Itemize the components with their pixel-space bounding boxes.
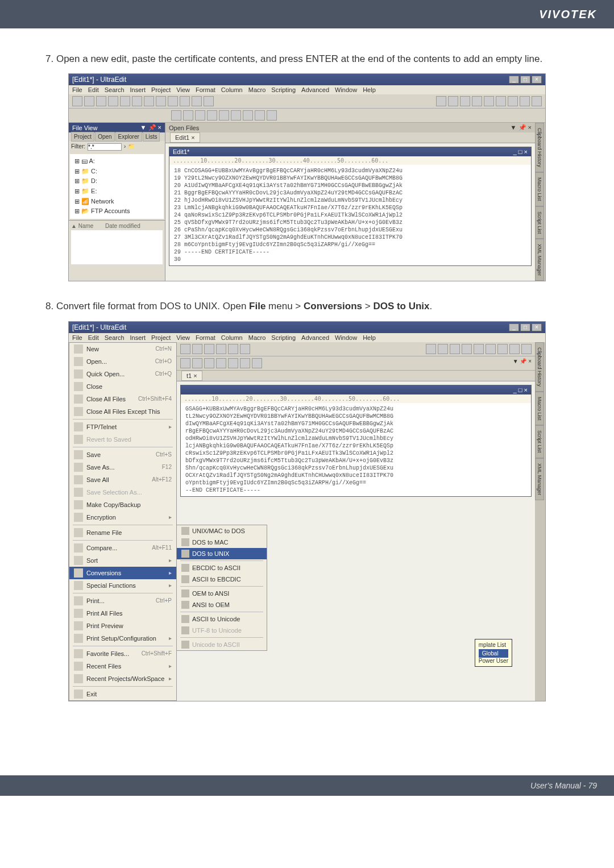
menu-file[interactable]: File xyxy=(72,86,82,93)
toolbar-icon[interactable] xyxy=(267,110,277,121)
tree-item[interactable]: ⊞ 📁 E: xyxy=(74,186,159,197)
toolbar-icon[interactable] xyxy=(180,344,190,354)
toolbar-icon[interactable] xyxy=(474,344,484,354)
toolbar-icon[interactable] xyxy=(240,358,250,368)
submenu-utf-to-unicode[interactable]: UTF-8 to Unicode xyxy=(177,625,267,636)
menuitem-close[interactable]: Close xyxy=(69,380,176,393)
menu-project[interactable]: Project xyxy=(151,86,171,93)
menuitem-special-functions[interactable]: Special Functions▸ xyxy=(69,579,176,592)
menu-search[interactable]: Search xyxy=(105,334,125,341)
menu-format[interactable]: Format xyxy=(196,86,215,93)
submenu-ebcdic-to-ascii[interactable]: EBCDIC to ASCII xyxy=(177,562,267,574)
toolbar-icon[interactable] xyxy=(192,358,202,368)
submenu-dos-to-mac[interactable]: DOS to MAC xyxy=(177,537,267,548)
menu-window[interactable]: Window xyxy=(335,334,357,341)
menuitem-save[interactable]: SaveCtrl+S xyxy=(69,448,176,461)
sidepanel-script-list[interactable]: Script List xyxy=(535,425,544,458)
side-tab-lists[interactable]: Lists xyxy=(143,132,160,142)
sidepanel-macro-list[interactable]: Macro List xyxy=(535,392,544,426)
menuitem-ftp-telnet[interactable]: FTP/Telnet▸ xyxy=(69,421,176,433)
menu-advanced[interactable]: Advanced xyxy=(301,86,329,93)
submenu-oem-to-ansi[interactable]: OEM to ANSI xyxy=(177,588,267,599)
toolbar-icon[interactable] xyxy=(204,96,214,106)
toolbar-icon[interactable] xyxy=(460,96,470,106)
menuitem-save-all[interactable]: Save AllAlt+F12 xyxy=(69,474,176,486)
toolbar-icon[interactable] xyxy=(144,96,154,106)
menu-project[interactable]: Project xyxy=(151,334,171,341)
toolbar-icon[interactable] xyxy=(243,110,253,121)
certificate-text[interactable]: 18 CnCOSAGG+EUBBxUwMYAvBggrBgEFBQcCARYja… xyxy=(169,165,531,265)
minimize-button[interactable]: _ xyxy=(509,323,519,331)
toolbar-icon[interactable] xyxy=(448,96,458,106)
toolbar-icon[interactable] xyxy=(486,344,496,354)
toolbar-icon[interactable] xyxy=(255,110,265,121)
menuitem-exit[interactable]: Exit xyxy=(69,688,176,700)
menuitem-print-[interactable]: Print...Ctrl+P xyxy=(69,595,176,607)
panel-controls[interactable]: ▼ 📌 × xyxy=(511,124,532,131)
toolbar-icon[interactable] xyxy=(183,110,193,121)
menu-macro[interactable]: Macro xyxy=(248,86,266,93)
toolbar-icon[interactable] xyxy=(180,358,190,368)
menu-advanced[interactable]: Advanced xyxy=(301,334,329,341)
submenu-unix-mac-to-dos[interactable]: UNIX/MAC to DOS xyxy=(177,525,267,537)
tree-item[interactable]: ⊞ 📁 D: xyxy=(74,176,159,186)
menu-scripting[interactable]: Scripting xyxy=(271,334,296,341)
menu-macro[interactable]: Macro xyxy=(248,334,266,341)
submenu-unicode-to-ascii[interactable]: Unicode to ASCII xyxy=(177,639,267,650)
menu-format[interactable]: Format xyxy=(196,334,215,341)
side-tab-open[interactable]: Open xyxy=(95,132,114,142)
menuitem-save-as-[interactable]: Save As...F12 xyxy=(69,461,176,474)
toolbar-icon[interactable] xyxy=(108,96,118,106)
toolbar-icon[interactable] xyxy=(219,110,229,121)
filter-dir-icon[interactable]: 📁 xyxy=(128,143,135,151)
file-menu[interactable]: UNIX/MAC to DOSDOS to MACDOS to UNIXEBCD… xyxy=(69,342,177,701)
toolbar-icon[interactable] xyxy=(207,110,217,121)
menuitem-conversions[interactable]: Conversions▸ xyxy=(69,567,176,579)
submenu-ascii-to-unicode[interactable]: ASCII to Unicode xyxy=(177,613,267,625)
toolbar-icon[interactable] xyxy=(132,96,142,106)
menuitem-quick-open-[interactable]: Quick Open...Ctrl+Q xyxy=(69,368,176,380)
ss1-tree[interactable]: ⊞ 🖴 A:⊞ 📁 C:⊞ 📁 D:⊞ 📁 E:⊞ 📶 Network⊞ 📂 F… xyxy=(70,154,164,219)
toolbar-icon[interactable] xyxy=(497,344,508,354)
submenu-ansi-to-oem[interactable]: ANSI to OEM xyxy=(177,599,267,610)
toolbar-icon[interactable] xyxy=(192,344,202,354)
toolbar-icon[interactable] xyxy=(472,96,482,106)
certificate-text[interactable]: GSAGG+KUBBxUwMYAvBggrBgEFBQcCARYjaHR0cHM… xyxy=(181,403,531,496)
menu-file[interactable]: File xyxy=(72,334,82,341)
sidepanel-clipboard-history[interactable]: Clipboard History xyxy=(535,342,544,392)
menuitem-recent-files[interactable]: Recent Files▸ xyxy=(69,660,176,672)
toolbar-icon[interactable] xyxy=(436,96,446,106)
menu-insert[interactable]: Insert xyxy=(130,86,146,93)
sidepanel-xml-manager[interactable]: XML Manager xyxy=(535,458,544,500)
toolbar-icon[interactable] xyxy=(520,96,530,106)
sidepanel-macro-list[interactable]: Macro List xyxy=(535,172,544,206)
sidepanel-script-list[interactable]: Script List xyxy=(535,206,544,239)
filter-go-icon[interactable]: › xyxy=(124,143,126,151)
menu-window[interactable]: Window xyxy=(335,86,357,93)
menuitem-print-all-files[interactable]: Print All Files xyxy=(69,607,176,620)
edit-tab[interactable]: Edit1 × xyxy=(170,132,200,143)
sidepanel-xml-manager[interactable]: XML Manager xyxy=(535,239,544,281)
toolbar-icon[interactable] xyxy=(84,96,94,106)
menu-help[interactable]: Help xyxy=(363,334,376,341)
doc-wincontrols[interactable]: _ □ × xyxy=(513,387,528,393)
menuitem-encryption[interactable]: Encryption▸ xyxy=(69,511,176,524)
toolbar-icon[interactable] xyxy=(462,344,472,354)
toolbar-icon[interactable] xyxy=(228,358,238,368)
menu-insert[interactable]: Insert xyxy=(130,334,146,341)
tree-item[interactable]: ⊞ 📁 C: xyxy=(74,167,159,177)
toolbar-icon[interactable] xyxy=(72,96,82,106)
menu-view[interactable]: View xyxy=(176,86,190,93)
toolbar-icon[interactable] xyxy=(240,344,250,354)
col-name[interactable]: ▲ Name xyxy=(71,223,105,229)
toolbar-icon[interactable] xyxy=(532,96,542,106)
menuitem-revert-to-saved[interactable]: Revert to Saved xyxy=(69,433,176,446)
menuitem-print-preview[interactable]: Print Preview xyxy=(69,620,176,632)
menu-scripting[interactable]: Scripting xyxy=(271,86,296,93)
menuitem-close-all-files-except-this[interactable]: Close All Files Except This xyxy=(69,405,176,418)
toolbar-icon[interactable] xyxy=(521,344,532,354)
tree-item[interactable]: ⊞ 📶 Network xyxy=(74,197,159,207)
toolbar-icon[interactable] xyxy=(171,110,181,121)
submenu-ascii-to-ebcdic[interactable]: ASCII to EBCDIC xyxy=(177,574,267,585)
sidepanel-clipboard-history[interactable]: Clipboard History xyxy=(535,123,544,172)
